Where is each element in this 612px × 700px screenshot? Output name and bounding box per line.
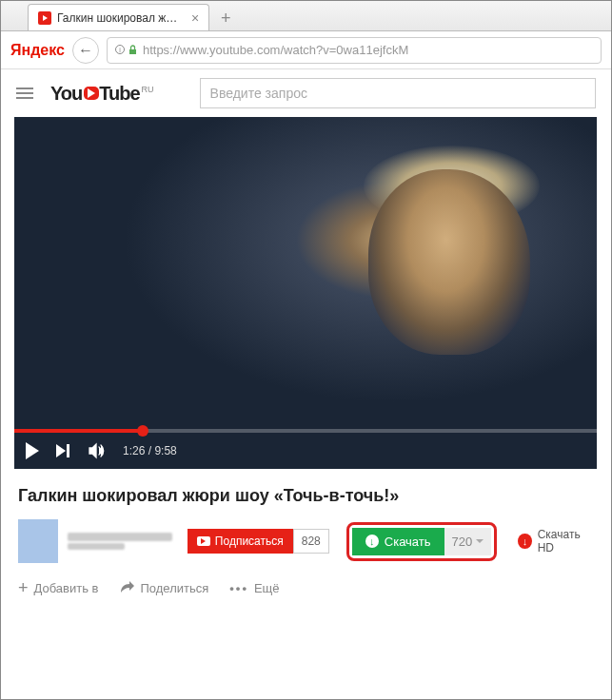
time-display: 1:26 / 9:58 xyxy=(123,444,177,457)
youtube-favicon-icon xyxy=(38,11,51,25)
more-icon: ••• xyxy=(229,581,248,595)
channel-avatar[interactable] xyxy=(18,519,58,563)
youtube-small-icon xyxy=(197,536,210,546)
download-hd-icon: ↓ xyxy=(518,534,531,549)
download-button[interactable]: Скачать xyxy=(352,528,444,555)
volume-button[interactable] xyxy=(87,441,106,460)
quality-selector[interactable]: 720 xyxy=(444,528,492,555)
new-tab-button[interactable]: + xyxy=(213,6,238,30)
next-button[interactable] xyxy=(56,444,69,457)
svg-text:i: i xyxy=(119,47,121,53)
search-input[interactable]: Введите запрос xyxy=(200,78,596,108)
video-title: Галкин шокировал жюри шоу «Точь-в-точь!» xyxy=(18,486,594,506)
back-button[interactable]: ← xyxy=(72,37,99,64)
youtube-play-icon xyxy=(84,87,99,100)
subscribe-button[interactable]: Подписаться xyxy=(188,529,293,554)
play-button[interactable] xyxy=(26,442,39,459)
tab-title: Галкин шокировал жюр... xyxy=(57,11,186,25)
download-hd-button[interactable]: ↓ Скачать HD xyxy=(518,528,594,554)
more-button[interactable]: ••• Ещё xyxy=(229,581,279,595)
video-info: Галкин шокировал жюри шоу «Точь-в-точь!»… xyxy=(1,469,611,612)
browser-tab-bar: Галкин шокировал жюр... × + xyxy=(1,1,611,31)
svg-rect-2 xyxy=(129,49,136,54)
video-frame xyxy=(14,117,597,469)
channel-name[interactable] xyxy=(68,533,172,550)
video-player[interactable]: 1:26 / 9:58 xyxy=(14,117,597,469)
share-icon xyxy=(120,580,135,596)
plus-icon: + xyxy=(18,578,29,598)
youtube-header: You Tube RU Введите запрос xyxy=(1,69,611,117)
close-tab-icon[interactable]: × xyxy=(191,10,199,26)
channel-row: Подписаться 828 Скачать 720 ↓ Скачать HD xyxy=(18,519,594,563)
lock-icon xyxy=(128,45,137,55)
subscriber-count: 828 xyxy=(293,529,329,554)
browser-tab[interactable]: Галкин шокировал жюр... × xyxy=(28,4,209,30)
url-text: https://www.youtube.com/watch?v=0wa11ejf… xyxy=(143,43,408,57)
video-actions: + Добавить в Поделиться ••• Ещё xyxy=(18,574,594,602)
player-controls: 1:26 / 9:58 xyxy=(14,433,597,469)
menu-icon[interactable] xyxy=(16,88,33,99)
address-bar: Яндекс ← i https://www.youtube.com/watch… xyxy=(1,31,611,69)
url-input[interactable]: i https://www.youtube.com/watch?v=0wa11e… xyxy=(107,37,602,64)
info-icon: i xyxy=(115,45,125,56)
subscribe-group: Подписаться 828 xyxy=(188,529,329,554)
yandex-logo[interactable]: Яндекс xyxy=(10,42,65,59)
add-to-button[interactable]: + Добавить в xyxy=(18,578,99,598)
download-highlight: Скачать 720 xyxy=(346,522,497,561)
ssl-indicator: i xyxy=(115,45,137,56)
share-button[interactable]: Поделиться xyxy=(120,580,209,596)
youtube-logo[interactable]: You Tube RU xyxy=(50,83,154,105)
